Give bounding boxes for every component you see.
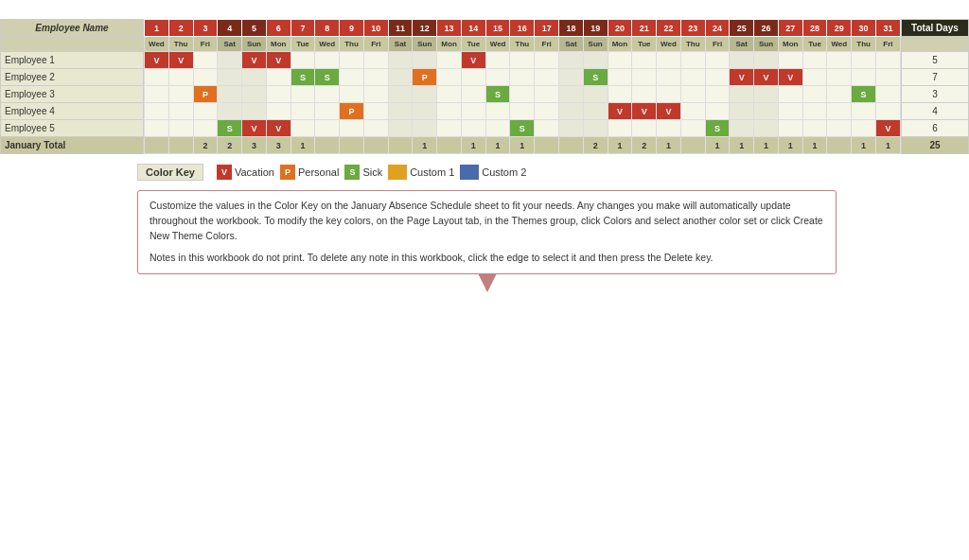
day-header-30: 30	[852, 20, 876, 37]
emp-1-day-20	[608, 52, 632, 69]
emp-4-day-9: P	[340, 103, 364, 120]
total-day-3: 2	[193, 137, 218, 154]
emp-1-day-11	[388, 52, 413, 69]
dow-header-12: Sun	[413, 37, 437, 52]
emp-5-day-21	[632, 120, 657, 137]
emp-3-day-17	[535, 86, 559, 103]
emp-1-day-30	[852, 52, 876, 69]
emp-3-day-21	[632, 86, 657, 103]
dow-header-30: Thu	[852, 37, 876, 52]
emp-4-day-20: V	[608, 103, 632, 120]
day-header-31: 31	[875, 20, 900, 37]
emp-2-day-29	[827, 69, 852, 86]
emp-4-day-10	[363, 103, 388, 120]
year-value[interactable]	[954, 13, 960, 15]
emp-2-day-31	[875, 69, 900, 86]
total-day-27: 1	[778, 137, 802, 154]
total-day-23	[680, 137, 705, 154]
emp-4-day-12	[413, 103, 437, 120]
emp-2-day-5	[242, 69, 267, 86]
day-header-5: 5	[242, 20, 267, 37]
emp-1-day-29	[827, 52, 852, 69]
dow-header-16: Thu	[510, 37, 535, 52]
emp-4-day-30	[852, 103, 876, 120]
emp-5-day-2	[168, 120, 193, 137]
color-key-item-2: SSick	[344, 165, 382, 180]
emp-5-day-6: V	[266, 120, 291, 137]
emp-3-day-20	[608, 86, 632, 103]
emp-3-day-23	[680, 86, 705, 103]
dow-label-cell	[1, 37, 144, 52]
emp-5-day-18	[559, 120, 584, 137]
total-day-30: 1	[852, 137, 876, 154]
total-day-16: 1	[510, 137, 535, 154]
dow-header-18: Sat	[559, 37, 584, 52]
emp-1-day-16	[510, 52, 535, 69]
emp-2-day-19: S	[583, 69, 608, 86]
key-label-1: Personal	[298, 166, 339, 178]
dow-header-4: Sat	[218, 37, 242, 52]
day-header-24: 24	[705, 20, 730, 37]
emp-2-day-21	[632, 69, 657, 86]
emp-5-day-19	[583, 120, 608, 137]
total-days-header: Total Days	[902, 20, 969, 37]
emp-2-day-14	[461, 69, 485, 86]
emp-4-total: 4	[902, 103, 969, 120]
dow-header-22: Wed	[657, 37, 681, 52]
grand-total: 25	[902, 137, 969, 154]
emp-2-day-12: P	[413, 69, 437, 86]
emp-3-day-27	[778, 86, 802, 103]
emp-2-day-26: V	[754, 69, 779, 86]
day-header-4: 4	[218, 20, 242, 37]
emp-2-day-30	[852, 69, 876, 86]
emp-5-day-24: S	[705, 120, 730, 137]
total-day-21: 2	[632, 137, 657, 154]
emp-2-day-1	[145, 69, 169, 86]
emp-4-day-6	[266, 103, 291, 120]
total-day-15: 1	[485, 137, 510, 154]
day-header-29: 29	[827, 20, 852, 37]
color-key-label: Color Key	[137, 164, 203, 181]
key-swatch-0: V	[217, 165, 232, 180]
emp-3-day-29	[827, 86, 852, 103]
day-header-10: 10	[363, 20, 388, 37]
day-header-23: 23	[680, 20, 705, 37]
emp-3-day-13	[437, 86, 462, 103]
emp-4-day-18	[559, 103, 584, 120]
dow-header-5: Sun	[242, 37, 267, 52]
total-day-10	[363, 137, 388, 154]
total-day-19: 2	[583, 137, 608, 154]
emp-4-day-14	[461, 103, 485, 120]
emp-2-day-18	[559, 69, 584, 86]
emp-2-day-10	[363, 69, 388, 86]
day-header-13: 13	[437, 20, 462, 37]
emp-2-day-11	[388, 69, 413, 86]
month-label	[0, 11, 144, 15]
emp-2-day-17	[535, 69, 559, 86]
total-day-4: 2	[218, 137, 242, 154]
emp-3-day-11	[388, 86, 413, 103]
emp-5-day-29	[827, 120, 852, 137]
emp-1-day-25	[730, 52, 754, 69]
day-header-25: 25	[730, 20, 754, 37]
emp-4-day-24	[705, 103, 730, 120]
emp-5-day-14	[461, 120, 485, 137]
dow-header-31: Fri	[875, 37, 900, 52]
day-header-9: 9	[340, 20, 364, 37]
total-dow-spacer	[902, 37, 969, 52]
total-day-7: 1	[291, 137, 315, 154]
total-day-18	[559, 137, 584, 154]
emp-2-day-6	[266, 69, 291, 86]
total-day-11	[388, 137, 413, 154]
employee-name-header: Employee Name	[1, 20, 144, 37]
emp-3-total: 3	[902, 86, 969, 103]
total-day-20: 1	[608, 137, 632, 154]
emp-1-day-19	[583, 52, 608, 69]
emp-5-total: 6	[902, 120, 969, 137]
emp-5-day-15	[485, 120, 510, 137]
emp-2-day-22	[657, 69, 681, 86]
day-header-21: 21	[632, 20, 657, 37]
emp-1-day-7	[291, 52, 315, 69]
dow-header-7: Tue	[291, 37, 315, 52]
emp-4-day-27	[778, 103, 802, 120]
